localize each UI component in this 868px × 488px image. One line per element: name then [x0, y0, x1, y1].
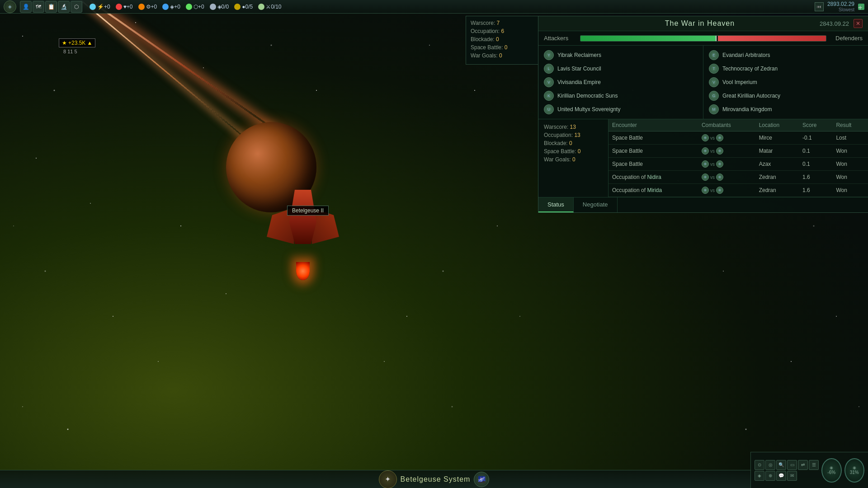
minimap-icon-1: ◉ — [830, 465, 833, 470]
system-nav-btn[interactable]: 🌌 — [474, 472, 489, 487]
combatant-icon-0a: ⊕ — [702, 134, 709, 141]
attacker-yibrak[interactable]: Y Yibrak Reclaimers — [538, 48, 703, 62]
att-occupation-label: Occupation: — [544, 132, 573, 138]
svg-point-7 — [180, 225, 181, 226]
defender-evandari[interactable]: E Evandari Arbitrators — [703, 48, 868, 62]
tool-icon-8[interactable]: ⊕ — [765, 471, 775, 481]
tool-icon-2[interactable]: ◎ — [765, 460, 775, 470]
combatants-4: ⊕ vs ⊕ — [698, 184, 755, 197]
tool-icon-10[interactable]: ✉ — [787, 471, 797, 481]
encounter-2: Space Battle — [609, 158, 698, 171]
map-icon-btn[interactable]: 🗺 — [33, 1, 44, 13]
encounter-link-4[interactable]: Mirida — [647, 187, 662, 193]
spaceship[interactable] — [262, 181, 344, 280]
consumer-value: ●0/5 — [242, 4, 253, 10]
tool-icon-6[interactable]: ☰ — [809, 460, 819, 470]
ship-main-body — [289, 190, 316, 244]
encounter-1: Space Battle — [609, 145, 698, 158]
location-3: Zedran — [755, 171, 799, 184]
minerals-icon — [138, 4, 145, 10]
resource-food: ♥+0 — [116, 4, 133, 10]
battle-row-4[interactable]: Occupation of Mirida ⊕ vs ⊕ Zedran 1.6 W… — [609, 184, 868, 197]
defender-vool[interactable]: V Vool Imperium — [703, 75, 868, 89]
svg-point-0 — [22, 36, 23, 37]
speed-plus-btn[interactable]: + — [858, 4, 864, 10]
lavis-icon: L — [544, 64, 554, 74]
defender-technocracy[interactable]: T Technocracy of Zedran — [703, 62, 868, 75]
encounter-link-3[interactable]: Nidira — [647, 174, 661, 180]
def-spacebattle-val: 0 — [505, 44, 508, 51]
vs-text-1: vs — [710, 149, 715, 154]
traditions-icon-btn[interactable]: ⬡ — [71, 1, 82, 13]
minimap-circle-2[interactable]: ◉ 31% — [844, 458, 865, 483]
tool-icon-1[interactable]: ⊙ — [755, 460, 764, 470]
contacts-icon-btn[interactable]: 📋 — [45, 1, 57, 13]
resource-value: +23.5K — [68, 40, 85, 46]
tab-status[interactable]: Status — [538, 197, 574, 212]
battle-row-2[interactable]: Space Battle ⊕ vs ⊕ Azax 0.1 Won — [609, 158, 868, 171]
tool-row-2: ◈ ⊕ 💬 ✉ — [755, 471, 819, 481]
svg-point-17 — [443, 271, 444, 272]
defender-great-kirillian[interactable]: G Great Kirillian Autocracy — [703, 89, 868, 103]
vs-text-2: vs — [710, 162, 715, 167]
score-0: -0.1 — [799, 131, 832, 145]
location-header: Location — [755, 119, 799, 131]
lavis-name: Lavis Star Council — [557, 66, 601, 72]
encounter-header: Encounter — [609, 119, 698, 131]
ship-wing-right — [312, 208, 339, 244]
war-title: The War in Heaven — [665, 19, 735, 28]
army-icon — [258, 4, 264, 10]
close-war-panel-btn[interactable]: ✕ — [854, 19, 863, 28]
skip-back-btn[interactable]: ⏮ — [815, 2, 824, 11]
battle-row-3[interactable]: Occupation of Nidira ⊕ vs ⊕ Zedran 1.6 W… — [609, 171, 868, 184]
resource-up-icon: ▲ — [87, 40, 92, 46]
science-icon — [162, 4, 169, 10]
defenders-col: E Evandari Arbitrators T Technocracy of … — [703, 46, 868, 119]
combatants-2: ⊕ vs ⊕ — [698, 158, 755, 171]
tool-icon-4[interactable]: ▭ — [787, 460, 797, 470]
attacker-lavis[interactable]: L Lavis Star Council — [538, 62, 703, 75]
resource-minerals: ⚙+0 — [138, 4, 157, 10]
svg-point-18 — [406, 316, 407, 317]
food-icon — [116, 4, 122, 10]
mirovandia-icon: M — [709, 104, 719, 114]
great-kirillian-name: Great Kirillian Autocracy — [722, 93, 780, 99]
vool-icon: V — [709, 77, 719, 87]
svg-point-19 — [384, 361, 385, 362]
technocracy-icon: T — [709, 64, 719, 74]
minimap-circle-1[interactable]: ◉ -6% — [821, 458, 842, 483]
defenders-label: Defenders — [831, 35, 863, 42]
army-value: ⚔0/10 — [266, 4, 281, 10]
combatant-icon-1a: ⊕ — [702, 147, 709, 155]
svg-point-4 — [271, 45, 272, 46]
empire-icon-btn[interactable]: 👤 — [20, 1, 32, 13]
tool-icon-7[interactable]: ◈ — [755, 471, 764, 481]
mirovandia-name: Mirovandia Kingdom — [722, 106, 772, 113]
attacker-multyx[interactable]: U United Multyx Sovereignty — [538, 103, 703, 116]
tab-negotiate[interactable]: Negotiate — [574, 197, 618, 212]
defender-mirovandia[interactable]: M Mirovandia Kingdom — [703, 103, 868, 116]
tool-icon-3[interactable]: 🔍 — [776, 460, 786, 470]
attacker-vivisandia[interactable]: V Vivisandia Empire — [538, 75, 703, 89]
energy-icon — [90, 4, 96, 10]
svg-point-20 — [452, 406, 453, 408]
battle-row-0[interactable]: Space Battle ⊕ vs ⊕ Mirce -0.1 Lost — [609, 131, 868, 145]
combatant-icon-4a: ⊕ — [702, 187, 709, 194]
top-icon-group: 👤 🗺 📋 🔬 ⬡ — [20, 1, 82, 13]
resource-income-display: ★ +23.5K ▲ — [59, 38, 95, 47]
evandari-icon: E — [709, 50, 719, 60]
game-logo[interactable]: ◈ — [4, 0, 16, 13]
minerals-value: ⚙+0 — [146, 4, 157, 10]
battle-row-1[interactable]: Space Battle ⊕ vs ⊕ Matar 0.1 Won — [609, 145, 868, 158]
battles-tbody: Space Battle ⊕ vs ⊕ Mirce -0.1 Lost — [609, 131, 868, 197]
score-1: 0.1 — [799, 145, 832, 158]
attacker-kirillian[interactable]: K Kirillian Democratic Suns — [538, 89, 703, 103]
system-icon-left[interactable]: ✦ — [379, 470, 397, 488]
research-icon-btn[interactable]: 🔬 — [58, 1, 70, 13]
svg-point-6 — [90, 203, 91, 204]
att-spacebattle-label: Space Battle: — [544, 148, 576, 155]
tool-icon-5[interactable]: ⇄ — [798, 460, 808, 470]
consumer-icon — [234, 4, 241, 10]
tool-icon-9[interactable]: 💬 — [776, 471, 786, 481]
evandari-name: Evandari Arbitrators — [722, 52, 770, 58]
